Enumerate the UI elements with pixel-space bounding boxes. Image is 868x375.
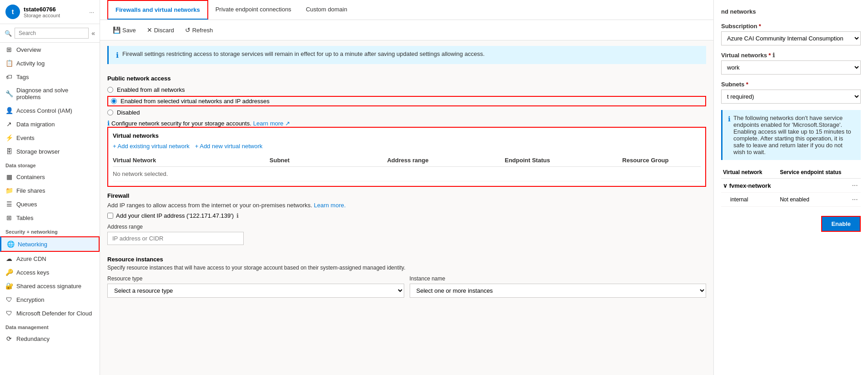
resource-desc: Specify resource instances that will hav… [107,265,706,271]
tab-private-endpoints[interactable]: Private endpoint connections [208,0,299,19]
sidebar-item-tags[interactable]: 🏷 Tags [0,70,100,84]
sidebar-item-label: Shared access signature [16,283,81,290]
sidebar-item-overview[interactable]: ⊞ Overview [0,43,100,56]
radio-all-networks[interactable]: Enabled from all networks [107,86,706,93]
client-ip-checkbox[interactable]: Add your client IP address ('122.171.47.… [107,212,706,219]
right-panel: nd networks Subscription * Azure CAI Com… [713,0,868,375]
info-banner-icon: ℹ [116,51,119,60]
sidebar-item-encryption[interactable]: 🛡 Encryption [0,293,100,306]
sidebar-item-storage-browser[interactable]: 🗄 Storage browser [0,145,100,158]
sidebar-item-file-shares[interactable]: 📁 File shares [0,184,100,197]
sidebar-item-access-keys[interactable]: 🔑 Access keys [0,265,100,279]
main-content: Firewalls and virtual networks Private e… [100,0,713,375]
section-label-data-management: Data management [0,320,100,332]
sidebar-item-label: Encryption [16,296,44,303]
sidebar-item-activity-log[interactable]: 📋 Activity log [0,56,100,70]
diagnose-icon: 🔧 [5,90,13,97]
vnet-subnet-name: internal [721,193,778,207]
sidebar-item-shared-access[interactable]: 🔐 Shared access signature [0,279,100,293]
tab-firewalls[interactable]: Firewalls and virtual networks [107,0,208,20]
vnet-group-name: ∨ fvmex-network [721,179,778,193]
radio-disabled[interactable]: Disabled [107,109,706,116]
resource-instances-section: Resource instances Specify resource inst… [100,250,713,303]
subscription-select[interactable]: Azure CAI Community Internal Consumption [721,31,861,45]
virtual-networks-title: Virtual networks [113,132,701,139]
add-buttons-container: + Add existing virtual network + Add new… [113,143,701,150]
client-ip-label: Add your client IP address ('122.171.47.… [116,212,234,219]
instance-name-label: Instance name [410,275,707,282]
address-range-input[interactable] [107,232,244,245]
azure-cdn-icon: ☁ [5,255,13,262]
subscription-field: Subscription * Azure CAI Community Inter… [721,23,861,45]
sidebar-item-label: Tables [16,215,34,221]
vnet-table-header: Virtual Network Subnet Address range End… [113,154,701,167]
firewall-learn-more-link[interactable]: Learn more. [314,202,346,209]
account-name: tstate60766 [24,6,60,13]
public-network-radio-group: Enabled from all networks Enabled from s… [107,86,706,116]
defender-icon: 🛡 [5,310,13,317]
virtual-networks-field: Virtual networks * ℹ work [721,52,861,75]
data-migration-icon: ↗ [5,120,13,128]
redundancy-icon: ⟳ [5,335,13,342]
subnets-required: * [746,81,748,88]
enable-button[interactable]: Enable [821,216,861,232]
toolbar: 💾 Save ✕ Discard ↺ Refresh [100,20,713,40]
sidebar-item-events[interactable]: ⚡ Events [0,131,100,145]
collapse-button[interactable]: « [91,30,95,37]
radio-disabled-input[interactable] [107,110,113,115]
add-new-vnet-button[interactable]: + Add new virtual network [195,143,263,150]
access-control-icon: 👤 [5,107,13,114]
vnet-group-dots-button[interactable]: ··· [852,181,858,190]
info-box-text: The following networks don't have servic… [733,115,855,155]
discard-button[interactable]: ✕ Discard [141,24,180,36]
subnets-select[interactable]: t required) [721,90,861,104]
sidebar-item-azure-cdn[interactable]: ☁ Azure CDN [0,252,100,265]
table-row: No network selected. [113,167,701,181]
configure-text: Configure network security for your stor… [111,120,251,127]
firewall-desc-text: Add IP ranges to allow access from the i… [107,202,314,209]
sidebar-item-redundancy[interactable]: ⟳ Redundancy [0,332,100,345]
sidebar-item-networking[interactable]: 🌐 Networking [0,236,100,252]
sidebar-item-defender[interactable]: 🛡 Microsoft Defender for Cloud [0,306,100,320]
sidebar-item-tables[interactable]: ⊞ Tables [0,211,100,225]
save-label: Save [122,27,136,34]
section-label-security: Security + networking [0,225,100,236]
avatar: t [5,5,20,19]
virtual-networks-select[interactable]: work [721,60,861,75]
encryption-icon: 🛡 [5,296,13,303]
tab-custom-domain[interactable]: Custom domain [299,0,355,19]
title-block: tstate60766 Storage account [24,6,60,18]
sidebar-item-label: Queues [16,201,37,208]
learn-more-link[interactable]: Learn more ↗ [253,120,290,127]
radio-selected-networks-input[interactable] [111,98,117,104]
search-icon: 🔍 [5,30,12,37]
sidebar-item-access-control[interactable]: 👤 Access Control (IAM) [0,104,100,117]
vnet-subnet-dots-button[interactable]: ··· [852,195,858,204]
sidebar-item-label: Containers [16,174,45,180]
virtual-networks-label: Virtual networks * ℹ [721,52,861,59]
sidebar-item-label: Data migration [16,121,55,128]
sidebar-item-diagnose[interactable]: 🔧 Diagnose and solve problems [0,84,100,104]
col-resource-group: Resource Group [622,157,701,164]
client-ip-checkbox-input[interactable] [107,213,113,219]
save-button[interactable]: 💾 Save [107,24,141,36]
refresh-button[interactable]: ↺ Refresh [180,24,219,36]
access-keys-icon: 🔑 [5,269,13,276]
subscription-required: * [759,23,761,30]
sidebar-item-containers[interactable]: ▦ Containers [0,170,100,184]
sidebar-item-queues[interactable]: ☰ Queues [0,197,100,211]
sidebar-item-data-migration[interactable]: ↗ Data migration [0,117,100,131]
resource-type-select[interactable]: Select a resource type [107,284,404,298]
radio-all-networks-input[interactable] [107,87,113,93]
firewall-desc: Add IP ranges to allow access from the i… [107,202,706,209]
sidebar-item-label: Diagnose and solve problems [16,87,94,100]
add-existing-vnet-button[interactable]: + Add existing virtual network [113,143,190,150]
instance-name-select[interactable]: Select one or more instances [410,284,707,298]
info-banner: ℹ Firewall settings restricting access t… [107,46,706,64]
discard-icon: ✕ [147,26,152,34]
vnet-status-table: Virtual network Service endpoint status … [721,166,861,207]
tags-icon: 🏷 [5,73,13,80]
radio-selected-networks[interactable]: Enabled from selected virtual networks a… [107,96,706,106]
search-input[interactable] [15,28,89,39]
refresh-icon: ↺ [185,26,191,34]
